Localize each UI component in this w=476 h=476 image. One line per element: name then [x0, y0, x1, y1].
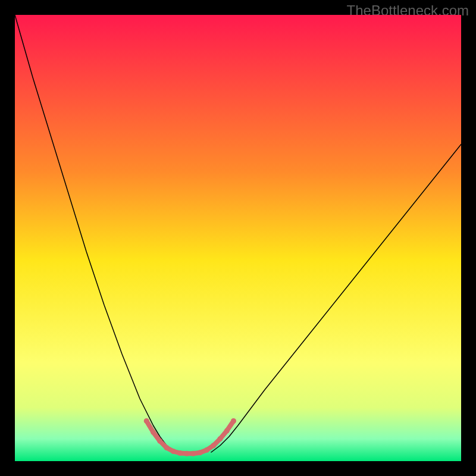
marker-dot [211, 443, 216, 448]
marker-dot [198, 450, 203, 455]
marker-dot [184, 451, 189, 456]
marker-dot [191, 451, 196, 456]
marker-dot [144, 418, 149, 424]
marker-dot [151, 430, 156, 435]
marker-dot [171, 449, 176, 454]
marker-dot [204, 447, 209, 453]
marker-dot [224, 428, 230, 434]
marker-dot [177, 450, 183, 456]
marker-dot [218, 436, 223, 441]
marker-dot [164, 445, 170, 450]
chart-svg [15, 15, 461, 461]
marker-dot [157, 439, 162, 444]
chart-container: TheBottleneck.com [0, 0, 476, 476]
marker-dot [231, 418, 236, 424]
